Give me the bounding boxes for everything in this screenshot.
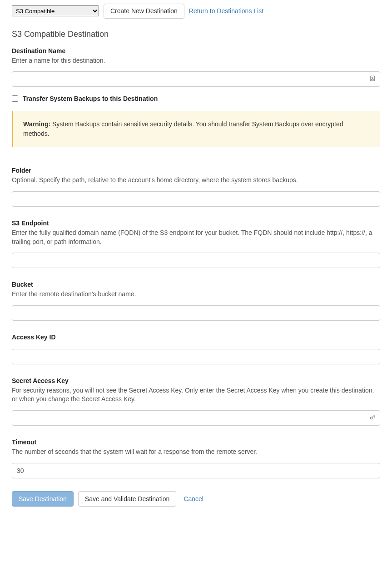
- transfer-backups-checkbox[interactable]: [12, 95, 18, 102]
- s3-endpoint-input[interactable]: [12, 253, 380, 268]
- field-transfer-backups: Transfer System Backups to this Destinat…: [12, 95, 380, 102]
- top-toolbar: S3 Compatible Create New Destination Ret…: [12, 4, 380, 19]
- action-buttons: Save Destination Save and Validate Desti…: [12, 491, 380, 507]
- destination-name-input[interactable]: [12, 71, 380, 87]
- bucket-help: Enter the remote destination's bucket na…: [12, 290, 380, 299]
- save-validate-button[interactable]: Save and Validate Destination: [78, 491, 177, 507]
- destination-name-help: Enter a name for this destination.: [12, 56, 380, 65]
- folder-help: Optional. Specify the path, relative to …: [12, 176, 380, 185]
- folder-input[interactable]: [12, 191, 380, 207]
- field-bucket: Bucket Enter the remote destination's bu…: [12, 281, 380, 321]
- cancel-link[interactable]: Cancel: [181, 492, 206, 506]
- field-access-key: Access Key ID: [12, 333, 380, 364]
- timeout-help: The number of seconds that the system wi…: [12, 448, 380, 457]
- secret-key-help: For security reasons, you will not see t…: [12, 386, 380, 404]
- field-timeout: Timeout The number of seconds that the s…: [12, 438, 380, 478]
- timeout-label: Timeout: [12, 438, 380, 446]
- bucket-label: Bucket: [12, 281, 380, 288]
- s3-endpoint-label: S3 Endpoint: [12, 219, 380, 227]
- secret-key-label: Secret Access Key: [12, 377, 380, 384]
- bucket-input[interactable]: [12, 305, 380, 321]
- field-destination-name: Destination Name Enter a name for this d…: [12, 47, 380, 87]
- timeout-input[interactable]: [12, 463, 380, 478]
- field-s3-endpoint: S3 Endpoint Enter the fully qualified do…: [12, 219, 380, 268]
- return-destinations-link[interactable]: Return to Destinations List: [189, 7, 263, 15]
- s3-endpoint-help: Enter the fully qualified domain name (F…: [12, 229, 380, 246]
- warning-text: System Backups contain sensitive securit…: [23, 120, 343, 137]
- destination-type-select[interactable]: S3 Compatible: [12, 5, 99, 16]
- destination-name-label: Destination Name: [12, 47, 380, 55]
- create-destination-button[interactable]: Create New Destination: [104, 4, 184, 19]
- save-destination-button[interactable]: Save Destination: [12, 491, 74, 507]
- warning-prefix: Warning:: [23, 120, 50, 128]
- page-title: S3 Compatible Destination: [12, 30, 380, 39]
- access-key-label: Access Key ID: [12, 333, 380, 341]
- folder-label: Folder: [12, 167, 380, 174]
- field-folder: Folder Optional. Specify the path, relat…: [12, 167, 380, 207]
- access-key-input[interactable]: [12, 349, 380, 364]
- secret-key-input[interactable]: [12, 410, 380, 426]
- warning-alert: Warning: System Backups contain sensitiv…: [12, 111, 380, 147]
- field-secret-key: Secret Access Key For security reasons, …: [12, 377, 380, 426]
- transfer-backups-label: Transfer System Backups to this Destinat…: [23, 95, 158, 102]
